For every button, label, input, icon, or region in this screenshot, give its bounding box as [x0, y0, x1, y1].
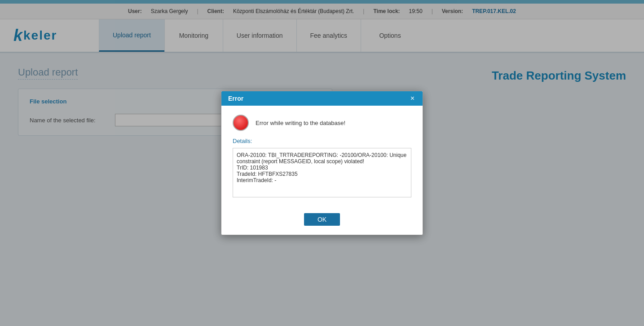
dialog-title: Error [228, 95, 243, 102]
dialog-close-button[interactable]: × [409, 95, 416, 102]
error-message-text: Error while writing to the database! [256, 120, 345, 126]
error-icon [233, 115, 249, 131]
details-textbox[interactable] [233, 148, 411, 197]
ok-button[interactable]: OK [304, 213, 340, 226]
dialog-footer: OK [221, 208, 423, 235]
details-label: Details: [233, 138, 411, 144]
error-dialog: Error × Error while writing to the datab… [221, 91, 423, 235]
dialog-overlay: Error × Error while writing to the datab… [0, 0, 644, 278]
error-message-row: Error while writing to the database! [233, 115, 411, 131]
dialog-body: Error while writing to the database! Det… [221, 106, 423, 208]
dialog-header: Error × [221, 91, 423, 106]
